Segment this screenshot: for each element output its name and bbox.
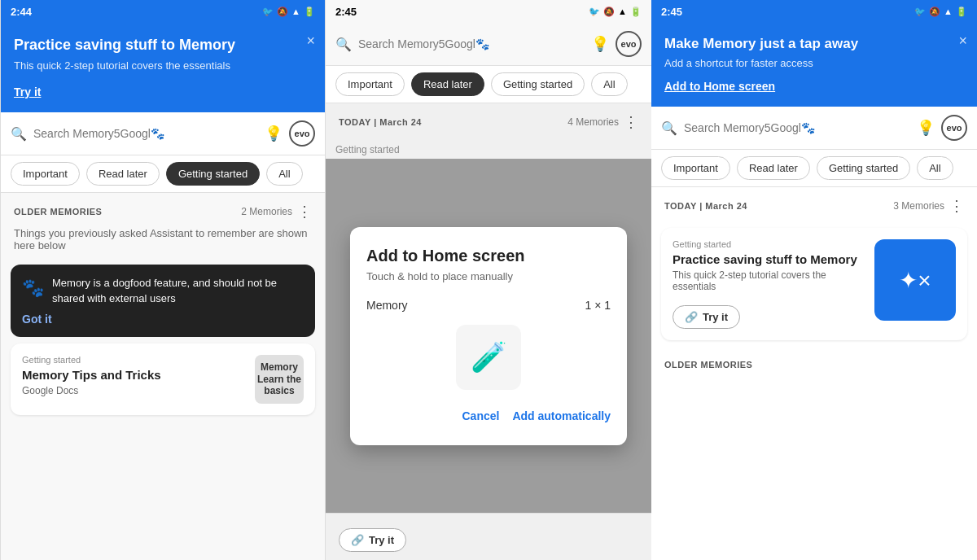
- try-it-button-middle[interactable]: 🔗 Try it: [339, 528, 406, 552]
- dogfood-card-left: 🐾 Memory is a dogfood feature, and shoul…: [11, 265, 315, 336]
- status-bar-middle: 2:45 🐦 🔕 ▲ 🔋: [326, 0, 651, 23]
- banner-subtitle-right: Add a shortcut for faster access: [664, 57, 964, 69]
- dogfood-icon: 🐾: [22, 278, 44, 299]
- avatar-left[interactable]: evo: [289, 120, 315, 147]
- banner-try-it-left[interactable]: Try it: [14, 85, 41, 98]
- memories-count-right: 3 Memories: [893, 200, 944, 212]
- section-meta-middle: 4 Memories ⋮: [567, 113, 638, 131]
- battery-icon-m: 🔋: [630, 7, 642, 17]
- status-icons-right: 🐦 🔕 ▲ 🔋: [914, 7, 967, 17]
- card-tag-left: Getting started: [22, 355, 247, 365]
- filter-tabs-right: Important Read later Getting started All: [651, 150, 977, 187]
- twitter-icon-m: 🐦: [589, 7, 600, 17]
- dots-menu-right[interactable]: ⋮: [949, 197, 964, 215]
- tab-read-later-left[interactable]: Read later: [86, 162, 160, 186]
- notification-icon-r: 🔕: [929, 7, 940, 17]
- wand-icon-right: ✦×: [899, 267, 931, 294]
- search-input-right[interactable]: [684, 121, 910, 134]
- panel-middle: 2:45 🐦 🔕 ▲ 🔋 🔍 💡 evo Important Read late…: [326, 0, 651, 560]
- notification-icon: 🔕: [277, 7, 288, 17]
- card-title-right: Practice saving stuff to Memory: [673, 252, 866, 266]
- tab-all-left[interactable]: All: [266, 162, 302, 186]
- panel-right: 2:45 🐦 🔕 ▲ 🔋 Make Memory just a tap away…: [651, 0, 977, 560]
- search-bar-middle: 🔍 💡 evo: [326, 23, 651, 66]
- try-it-footer-middle: 🔗 Try it: [326, 513, 651, 560]
- memory-card-blue-box: ✦×: [874, 239, 956, 321]
- banner-close-right[interactable]: ×: [958, 33, 967, 50]
- tab-getting-started-middle[interactable]: Getting started: [491, 72, 585, 96]
- try-it-icon-right: 🔗: [685, 311, 698, 323]
- dialog-subtitle: Touch & hold to place manually: [366, 270, 611, 282]
- section-header-right: TODAY | March 24 3 Memories ⋮: [651, 187, 977, 221]
- dialog-overlay: Add to Home screen Touch & hold to place…: [326, 159, 651, 513]
- bulb-icon-middle[interactable]: 💡: [591, 35, 609, 53]
- tab-getting-started-left[interactable]: Getting started: [166, 162, 260, 186]
- avatar-right[interactable]: evo: [941, 115, 967, 141]
- status-time-middle: 2:45: [335, 6, 357, 18]
- tab-important-left[interactable]: Important: [11, 162, 80, 186]
- filter-tabs-middle: Important Read later Getting started All: [326, 66, 651, 103]
- battery-icon-left: 🔋: [304, 7, 315, 17]
- memories-count-middle: 4 Memories: [567, 116, 619, 128]
- status-icons-middle: 🐦 🔕 ▲ 🔋: [589, 7, 642, 17]
- search-bar-left: 🔍 💡 evo: [1, 112, 325, 155]
- search-icon-left: 🔍: [11, 126, 27, 142]
- search-input-middle[interactable]: [358, 37, 585, 50]
- avatar-middle[interactable]: evo: [616, 31, 642, 57]
- try-it-icon-middle: 🔗: [351, 534, 364, 546]
- older-title-right: OLDER MEMORIES: [664, 360, 752, 370]
- dogfood-row: 🐾 Memory is a dogfood feature, and shoul…: [22, 276, 304, 305]
- banner-link-right[interactable]: Add to Home screen: [664, 80, 775, 93]
- tab-important-right[interactable]: Important: [661, 156, 730, 180]
- card-sub-left: Google Docs: [22, 385, 247, 396]
- dialog-cancel-button[interactable]: Cancel: [462, 406, 499, 426]
- tab-read-later-right[interactable]: Read later: [737, 156, 810, 180]
- try-it-label-middle: Try it: [369, 534, 394, 546]
- search-input-left[interactable]: [33, 127, 258, 140]
- dialog-app-name: Memory: [366, 299, 408, 312]
- section-title-left: OLDER MEMORIES: [14, 207, 102, 217]
- bulb-icon-right[interactable]: 💡: [917, 119, 935, 137]
- section-meta-left: 2 Memories ⋮: [241, 203, 312, 221]
- content-area-right: TODAY | March 24 3 Memories ⋮ Getting st…: [651, 187, 977, 560]
- dots-menu-middle[interactable]: ⋮: [624, 113, 638, 131]
- content-area-left: OLDER MEMORIES 2 Memories ⋮ Things you p…: [1, 193, 325, 560]
- memory-card-text-left: Getting started Memory Tips and Tricks G…: [22, 355, 247, 404]
- dialog-app-row: Memory 1 × 1: [366, 299, 611, 312]
- try-it-label-right: Try it: [703, 311, 728, 323]
- memory-card-left: Getting started Memory Tips and Tricks G…: [11, 343, 315, 415]
- banner-title-left: Practice saving stuff to Memory: [14, 36, 312, 55]
- banner-close-left[interactable]: ×: [306, 33, 315, 50]
- twitter-icon: 🐦: [262, 7, 274, 17]
- card-image-left: Memory Learn the basics: [255, 355, 304, 404]
- search-icon-middle: 🔍: [335, 37, 352, 52]
- dots-menu-left[interactable]: ⋮: [297, 203, 312, 221]
- memory-card-right-text: Getting started Practice saving stuff to…: [673, 239, 866, 329]
- dialog-add-button[interactable]: Add automatically: [512, 406, 611, 426]
- section-title-right: TODAY | March 24: [664, 201, 747, 211]
- search-icon-right: 🔍: [661, 120, 677, 136]
- dogfood-text: Memory is a dogfood feature, and should …: [52, 276, 304, 305]
- tab-read-later-middle[interactable]: Read later: [411, 72, 484, 96]
- status-time-left: 2:44: [11, 6, 32, 18]
- got-it-button[interactable]: Got it: [22, 313, 304, 326]
- try-it-button-right[interactable]: 🔗 Try it: [673, 305, 740, 329]
- bulb-icon-left[interactable]: 💡: [265, 125, 283, 142]
- section-title-middle: TODAY | March 24: [339, 117, 422, 127]
- wifi-icon-left: ▲: [291, 7, 300, 16]
- tab-important-middle[interactable]: Important: [335, 72, 405, 96]
- battery-icon-r: 🔋: [956, 7, 967, 17]
- tab-all-middle[interactable]: All: [591, 72, 627, 96]
- tab-all-right[interactable]: All: [917, 156, 953, 180]
- memory-card-right: Getting started Practice saving stuff to…: [661, 228, 967, 340]
- tab-getting-started-right[interactable]: Getting started: [817, 156, 910, 180]
- content-area-middle: Add to Home screen Touch & hold to place…: [326, 159, 651, 513]
- dialog-actions: Cancel Add automatically: [366, 406, 611, 426]
- memories-count-left: 2 Memories: [241, 206, 292, 217]
- banner-title-right: Make Memory just a tap away: [664, 36, 964, 52]
- banner-subtitle-left: This quick 2-step tutorial covers the es…: [14, 59, 312, 72]
- panel-left: 2:44 🐦 🔕 ▲ 🔋 Practice saving stuff to Me…: [0, 0, 326, 560]
- dialog-app-icon: 🧪: [471, 340, 507, 374]
- filter-tabs-left: Important Read later Getting started All: [1, 155, 325, 193]
- search-bar-right: 🔍 💡 evo: [651, 107, 977, 150]
